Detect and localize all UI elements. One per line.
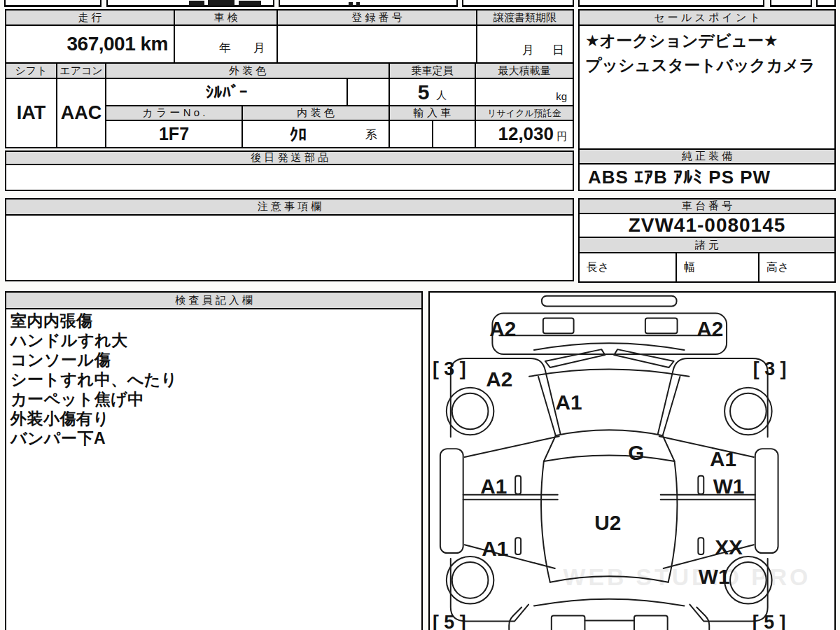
exterior-color-value: ｼﾙﾊﾞｰ [105,78,348,106]
front-bumper-outline [492,313,727,354]
windshield-outline [544,435,675,461]
inspector-notes-box: 検 査 員 記 入 欄 室内内張傷 ハンドルすれ大 コンソール傷 シートすれ中、… [5,291,423,630]
spec-width-cell: 幅 [676,252,760,283]
inspection-year-suffix: 年 [219,40,231,56]
later-parts-header: 後 日 発 送 部 品 [5,150,574,165]
interior-color-name: ｸﾛ [290,124,307,144]
sales-point-line: プッシュスタートバックカメラ [585,53,829,78]
recycle-deposit-amount: 12,030 [498,123,554,145]
inspector-notes-header: 検 査 員 記 入 欄 [6,293,421,309]
damage-label-door-left-rear: A1 [482,537,508,560]
damage-label-door-right-rear: XX [715,536,743,559]
wiper-left [545,349,605,368]
cropped-row-cell [462,0,574,7]
genuine-equipment-value: ABS ｴｱB ｱﾙﾐ PS PW [578,163,836,191]
interior-color-value: ｸﾛ 系 [241,120,390,148]
tire-depth-left-rear: [ 5 ] [433,612,466,630]
color-no-value: 1F7 [105,120,243,148]
watermark-text: WEB STUDIO PRO [564,564,811,590]
cropped-row-cell [578,0,764,7]
wiper-right [614,349,673,368]
sales-points-body: ★オークションデビュー★ プッシュスタートバックカメラ [578,24,836,150]
inspector-note-line: ハンドルすれ大 [10,330,417,350]
max-load-value: kg [475,78,574,106]
inspection-header: 車 検 [174,9,278,26]
rocker-right [755,449,778,553]
damage-label-door-right-1: A1 [710,447,736,470]
registration-header: 登 録 番 号 [276,9,477,26]
front-plate-outline [542,296,677,307]
door-handle [515,476,521,494]
car-top-view-diagram: WEB STUDIO PRO A2 A2 [ 3 ] [ 3 ] A2 A1 G… [430,293,834,630]
cropped-row-cell [279,0,458,7]
cropped-row-cell [4,0,102,7]
color-no-header: カ ラ ー N o . [105,105,243,121]
mileage-value: 367,001 km [5,24,175,64]
spec-height-cell: 高さ [758,252,836,283]
cropped-text-fragment [208,0,234,6]
capacity-header: 乗車定員 [388,62,476,79]
damage-label-bumper-left: A2 [489,317,516,340]
chassis-number-header: 車 台 番 号 [578,198,836,214]
shift-header: シフト [5,62,57,79]
later-parts-value [5,164,574,191]
spec-height-label: 高さ [766,260,789,275]
chassis-number-value: ZVW41-0080145 [578,213,836,238]
exterior-color-sub-cell [346,78,390,106]
registration-value [276,24,477,64]
recycle-deposit-header: リサイクル預託金 [475,105,574,121]
damage-label-rear-fender-right: W1 [699,565,730,588]
damage-label-roof: U2 [594,511,621,534]
notes-body [5,214,574,281]
recycle-deposit-unit: 円 [556,125,567,144]
cropped-row-cell [816,0,836,7]
mileage-header: 走 行 [5,9,175,26]
import-car-cell-1 [388,120,433,148]
shift-value: IAT [5,78,57,148]
transfer-deadline-header: 譲渡書類期限 [476,9,574,26]
spec-length-label: 長さ [587,260,609,275]
inspector-note-line: シートすれ中、へたり [10,370,417,389]
damage-label-hood: A1 [556,391,582,414]
door-handle [515,538,521,554]
cropped-text-fragment [189,1,204,6]
tire-depth-right-front: [ 3 ] [753,358,787,379]
deadline-month-suffix: 月 [522,42,534,58]
inspection-value: 年 月 [174,24,278,64]
damage-label-door-left-front: A1 [480,475,507,498]
spec-length-cell: 長さ [578,252,677,283]
import-car-header: 輸 入 車 [388,105,476,121]
door-handle [698,538,704,554]
inspector-note-line: コンソール傷 [10,350,417,370]
interior-color-header: 内 装 色 [241,105,390,121]
cropped-text-fragment [239,1,261,6]
capacity-number: 5 [418,80,430,104]
auction-sheet: 走 行 車 検 登 録 番 号 譲渡書類期限 367,001 km 年 月 月 … [0,0,840,630]
transfer-deadline-value: 月 日 [476,24,574,64]
recycle-deposit-value: 12,030 円 [475,120,574,148]
exterior-color-header: 外 装 色 [105,62,390,79]
door-handle [698,476,704,494]
specs-header: 諸 元 [578,237,836,253]
inspector-note-line: バンパー下A [10,428,417,448]
inspector-notes-body: 室内内張傷 ハンドルすれ大 コンソール傷 シートすれ中、へたり カーペット焦げ中… [10,311,417,448]
cropped-row-cell [770,0,812,7]
inspector-note-line: カーペット焦げ中 [10,389,417,409]
import-car-cell-2 [432,120,476,148]
notes-header: 注 意 事 項 欄 [5,198,574,216]
cropped-text-fragment [349,2,353,6]
wheel-rear-left [447,556,494,604]
aircon-value: AAC [56,78,106,148]
sales-point-line: ★オークションデビュー★ [585,29,829,53]
inspection-month-suffix: 月 [253,40,265,56]
cropped-text-fragment [356,2,360,6]
deadline-day-suffix: 日 [552,42,564,58]
inspector-note-line: 室内内張傷 [10,311,417,330]
damage-label-bumper-right: A2 [696,317,723,340]
aircon-header: エアコン [56,62,106,79]
inspector-note-line: 外装小傷有り [10,409,417,428]
damage-label-door-right-2: W1 [713,475,745,498]
sales-points-header: セ ー ル ス ポ イ ン ト [578,9,836,26]
wheel-front-left [447,388,494,435]
wheel-front-right [724,388,772,435]
